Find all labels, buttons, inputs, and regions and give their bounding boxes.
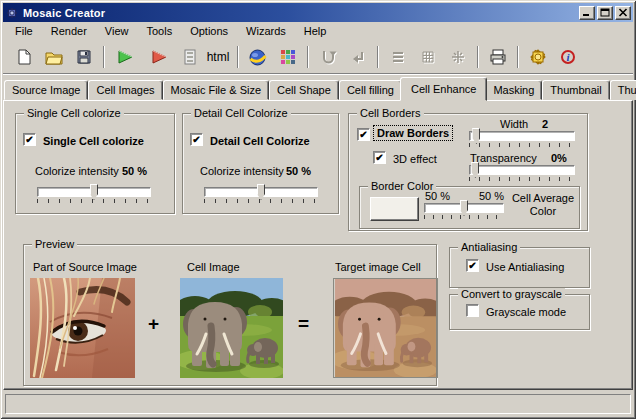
close-button[interactable] xyxy=(615,6,631,20)
group-title: Detail Cell Colorize xyxy=(191,107,291,119)
border-transparency-slider[interactable] xyxy=(469,165,575,181)
tab-mosaic-file-size[interactable]: Mosaic File & Size xyxy=(163,80,269,100)
detail-colorize-intensity-slider[interactable] xyxy=(204,187,318,203)
color-mix-slider[interactable] xyxy=(424,203,504,219)
menu-bar: File Render View Tools Options Wizards H… xyxy=(3,22,633,41)
about-button[interactable]: i xyxy=(553,44,583,70)
use-antialiasing-checkbox[interactable]: ✔ xyxy=(466,259,479,272)
border-color-group: Border Color 50 % 50 % Cell Average Colo… xyxy=(359,186,580,229)
slider-thumb[interactable] xyxy=(472,128,480,144)
source-image-label: Part of Source Image xyxy=(33,261,137,273)
colorize-intensity-value: 50 % xyxy=(122,165,147,177)
slider-thumb[interactable] xyxy=(257,184,265,200)
undo-button xyxy=(313,44,343,70)
grayscale-mode-label[interactable]: Grayscale mode xyxy=(486,306,566,318)
menu-item-view[interactable]: View xyxy=(96,23,138,40)
render-start-green-button[interactable] xyxy=(109,44,143,70)
slider-track[interactable] xyxy=(469,165,575,175)
toolbar-separator xyxy=(103,46,105,68)
html-export-button[interactable]: html xyxy=(203,44,233,70)
source-image-preview xyxy=(30,278,135,378)
line-list-button xyxy=(383,44,413,70)
settings-button[interactable] xyxy=(523,44,553,70)
menu-item-file[interactable]: File xyxy=(6,23,42,40)
minimize-button[interactable] xyxy=(579,6,595,20)
border-color-swatch[interactable] xyxy=(370,197,419,221)
tab-source-image[interactable]: Source Image xyxy=(4,80,88,100)
slider-thumb[interactable] xyxy=(90,184,98,200)
tab-bar: Source Image Cell Images Mosaic File & S… xyxy=(4,79,636,100)
menu-item-help[interactable]: Help xyxy=(295,23,336,40)
open-file-button[interactable] xyxy=(39,44,69,70)
print-button[interactable] xyxy=(483,44,513,70)
check-icon: ✔ xyxy=(192,134,200,145)
slider-track[interactable] xyxy=(469,131,575,141)
filmstrip-button[interactable] xyxy=(177,44,203,70)
antialiasing-group: Antialiasing ✔ Use Antialiasing xyxy=(449,247,590,288)
menu-item-wizards[interactable]: Wizards xyxy=(237,23,295,40)
3d-effect-checkbox[interactable]: ✔ xyxy=(373,151,386,164)
check-icon: ✔ xyxy=(359,129,367,140)
tab-cell-enhance[interactable]: Cell Enhance xyxy=(400,77,487,101)
toolbar-separator xyxy=(307,46,309,68)
status-bar xyxy=(5,394,631,414)
print-icon xyxy=(489,49,507,65)
group-title: Preview xyxy=(32,238,77,250)
detail-cell-colorize-label[interactable]: Detail Cell Colorize xyxy=(210,135,310,147)
render-start-red-button[interactable] xyxy=(143,44,177,70)
mosaic-grid-icon xyxy=(280,49,296,65)
draw-borders-label[interactable]: Draw Borders xyxy=(374,126,452,140)
save-file-icon xyxy=(76,49,92,65)
colorize-intensity-label: Colorize intensity xyxy=(200,165,284,177)
line-list-icon xyxy=(391,50,405,64)
border-color-percent: 50 % xyxy=(425,190,450,202)
colorize-intensity-label: Colorize intensity xyxy=(35,165,119,177)
maximize-button[interactable] xyxy=(597,6,613,20)
preview-group: Preview Part of Source Image Cell Image … xyxy=(23,244,437,386)
tab-cell-filling[interactable]: Cell filling xyxy=(339,80,402,100)
filmstrip-icon xyxy=(184,49,196,65)
slider-thumb[interactable] xyxy=(471,162,479,178)
new-file-icon xyxy=(16,49,32,65)
menu-item-render[interactable]: Render xyxy=(42,23,96,40)
tab-cell-images[interactable]: Cell Images xyxy=(88,80,162,100)
border-width-slider[interactable] xyxy=(469,131,575,147)
check-icon: ✔ xyxy=(25,134,33,145)
draw-borders-checkbox[interactable]: ✔ xyxy=(357,128,370,141)
new-file-button[interactable] xyxy=(9,44,39,70)
3d-effect-label[interactable]: 3D effect xyxy=(393,153,437,165)
single-cell-colorize-group: Single Cell colorize ✔ Single Cell color… xyxy=(15,113,175,214)
settings-gear-icon xyxy=(529,48,547,66)
tab-masking[interactable]: Masking xyxy=(485,80,542,100)
render-green-icon xyxy=(117,49,135,65)
titlebar: Mosaic Creator xyxy=(3,3,633,22)
single-colorize-intensity-slider[interactable] xyxy=(37,187,151,203)
grayscale-mode-checkbox[interactable] xyxy=(466,304,479,317)
tab-thumb-images[interactable]: Thumb Images xyxy=(610,80,636,100)
check-icon: ✔ xyxy=(468,260,476,271)
info-icon: i xyxy=(561,50,575,64)
apply-return-button xyxy=(343,44,373,70)
group-title: Single Cell colorize xyxy=(24,107,124,119)
use-antialiasing-label[interactable]: Use Antialiasing xyxy=(486,261,564,273)
single-cell-colorize-checkbox[interactable]: ✔ xyxy=(23,133,36,146)
apply-return-icon xyxy=(350,49,366,65)
grayscale-group: Convert to grayscale Grayscale mode xyxy=(449,294,590,330)
tab-thumbnail[interactable]: Thumbnail xyxy=(542,80,609,100)
width-value: 2 xyxy=(542,118,548,130)
render-red-icon xyxy=(151,49,169,65)
detail-cell-colorize-checkbox[interactable]: ✔ xyxy=(190,133,203,146)
tab-cell-shape[interactable]: Cell Shape xyxy=(269,80,339,100)
plus-operator: + xyxy=(148,313,159,335)
mosaic-grid-button[interactable] xyxy=(273,44,303,70)
menu-item-tools[interactable]: Tools xyxy=(137,23,181,40)
menu-item-options[interactable]: Options xyxy=(181,23,237,40)
single-cell-colorize-label[interactable]: Single Cell colorize xyxy=(43,135,144,147)
slider-thumb[interactable] xyxy=(460,200,468,216)
toolbar-separator xyxy=(377,46,379,68)
maximize-icon xyxy=(600,8,610,17)
cell-image-preview xyxy=(180,278,283,378)
crosshair-button xyxy=(443,44,473,70)
save-file-button[interactable] xyxy=(69,44,99,70)
web-globe-button[interactable] xyxy=(243,44,273,70)
